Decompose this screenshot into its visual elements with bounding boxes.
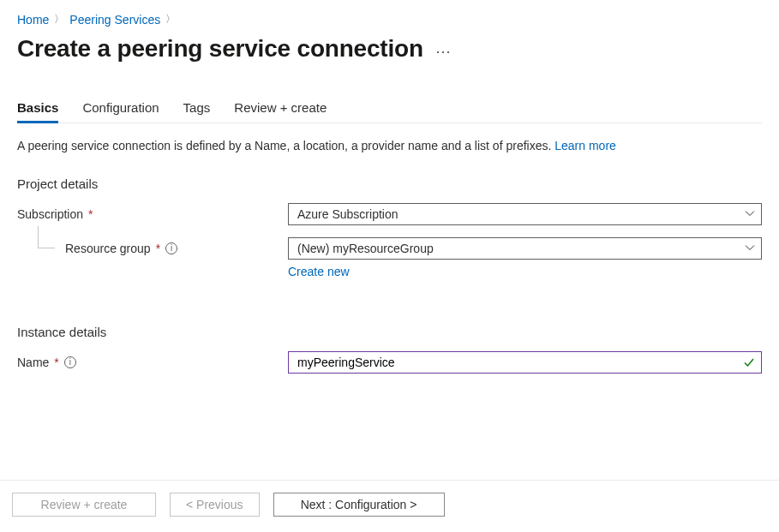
instance-details-heading: Instance details <box>17 325 762 339</box>
intro-text-content: A peering service connection is defined … <box>17 139 554 152</box>
resource-group-label: Resource group <box>65 242 151 255</box>
tab-tags[interactable]: Tags <box>183 100 211 123</box>
create-new-link[interactable]: Create new <box>288 265 350 278</box>
tabs: Basics Configuration Tags Review + creat… <box>17 100 762 123</box>
page-title: Create a peering service connection <box>17 35 423 63</box>
chevron-right-icon: 〉 <box>54 12 64 27</box>
required-indicator: * <box>88 207 93 221</box>
info-icon[interactable]: i <box>64 356 76 368</box>
learn-more-link[interactable]: Learn more <box>554 139 616 152</box>
tab-review-create[interactable]: Review + create <box>234 100 327 123</box>
subscription-value: Azure Subscription <box>297 207 398 221</box>
next-button[interactable]: Next : Configuration > <box>273 493 445 517</box>
resource-group-value: (New) myResourceGroup <box>297 242 434 255</box>
name-input[interactable] <box>288 351 762 374</box>
breadcrumb-peering-services[interactable]: Peering Services <box>69 13 160 27</box>
tab-basics[interactable]: Basics <box>17 100 58 123</box>
more-actions-icon[interactable]: ⋯ <box>435 42 452 61</box>
intro-text: A peering service connection is defined … <box>17 139 762 152</box>
tree-line-icon <box>38 226 55 248</box>
name-label: Name <box>17 356 49 369</box>
footer-actions: Review + create < Previous Next : Config… <box>0 480 779 532</box>
tab-configuration[interactable]: Configuration <box>82 100 159 123</box>
required-indicator: * <box>54 356 58 369</box>
chevron-right-icon: 〉 <box>165 12 176 27</box>
breadcrumb: Home 〉 Peering Services 〉 <box>17 12 762 27</box>
project-details-heading: Project details <box>17 176 762 191</box>
info-icon[interactable]: i <box>165 242 177 254</box>
previous-button: < Previous <box>170 493 260 517</box>
required-indicator: * <box>156 242 160 255</box>
subscription-select[interactable]: Azure Subscription <box>288 203 762 225</box>
review-create-button: Review + create <box>12 493 156 517</box>
subscription-label: Subscription <box>17 207 83 221</box>
resource-group-select[interactable]: (New) myResourceGroup <box>288 237 762 260</box>
breadcrumb-home[interactable]: Home <box>17 13 49 27</box>
